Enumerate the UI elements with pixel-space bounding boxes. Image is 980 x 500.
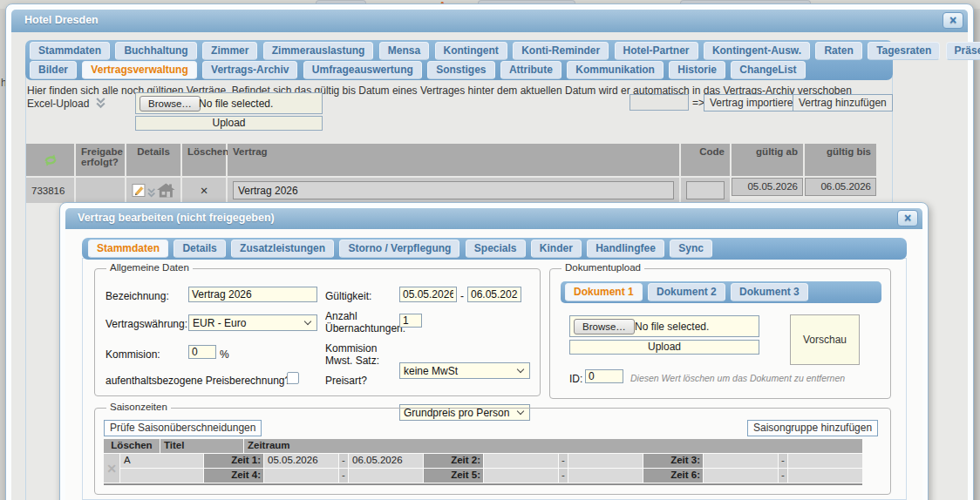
chevron-down-icon — [517, 366, 524, 373]
dokument-tab-row: Dokument 1 Dokument 2 Dokument 3 — [561, 281, 881, 301]
preisberechnung-label: aufenthaltsbezogene Preisberechnung? — [105, 375, 290, 387]
zeit2-von-input[interactable] — [484, 454, 558, 468]
tab-vertragsverwaltung[interactable]: Vertragsverwaltung — [82, 61, 196, 79]
percent-label: % — [220, 348, 229, 361]
anzahl-label-2: Übernachtungen: — [325, 322, 405, 334]
zeit1-bis-input[interactable]: 06.05.2026 — [349, 454, 423, 468]
tab-dokument-2[interactable]: Dokument 2 — [648, 283, 725, 301]
tab-sonstiges[interactable]: Sonstiges — [427, 61, 494, 79]
double-chevron-down-icon[interactable] — [95, 98, 106, 109]
contract-id: 733816 — [26, 178, 74, 203]
dokument-id-input[interactable] — [585, 369, 623, 383]
tab-zimmerauslastung[interactable]: Zimmerauslastung — [263, 42, 374, 60]
contract-row: 733816 ✕ 05.05.2026 06.05.2026 — [26, 178, 876, 203]
zeit6-von-input[interactable] — [704, 469, 778, 483]
refresh-icon[interactable] — [43, 153, 58, 167]
tab-modal-sync[interactable]: Sync — [670, 240, 712, 258]
col-gueltig-ab: gültig ab — [732, 144, 803, 176]
contracts-table-header: Freigabe erfolgt? Details Löschen Vertra… — [26, 144, 876, 176]
tab-bilder[interactable]: Bilder — [30, 61, 77, 79]
titel-input-2[interactable] — [120, 469, 203, 483]
close-icon[interactable]: × — [897, 210, 918, 226]
tab-modal-kinder[interactable]: Kinder — [531, 240, 582, 258]
tab-mensa[interactable]: Mensa — [379, 42, 429, 60]
dokument-upload-button[interactable]: Upload — [569, 340, 759, 355]
zeit6-bis-input[interactable] — [788, 469, 862, 483]
zeit5-von-input[interactable] — [484, 469, 558, 483]
browse-button[interactable]: Browse… — [140, 96, 201, 111]
tab-dokument-3[interactable]: Dokument 3 — [731, 283, 808, 301]
date-separator: - — [460, 290, 464, 302]
browse-button[interactable]: Browse… — [574, 319, 635, 334]
details-cell — [126, 178, 180, 203]
tab-kontingent[interactable]: Kontingent — [435, 42, 507, 60]
tab-historie[interactable]: Historie — [669, 61, 725, 79]
delete-icon[interactable]: ✕ — [182, 178, 226, 203]
tab-kommunikation[interactable]: Kommunikation — [567, 61, 664, 79]
tab-modal-stammdaten[interactable]: Stammdaten — [88, 240, 168, 258]
gueltig-bis-cell: 06.05.2026 — [805, 178, 876, 196]
titel-input[interactable]: A — [120, 454, 203, 468]
tab-konti-reminder[interactable]: Konti-Reminder — [513, 42, 609, 60]
tab-zimmer[interactable]: Zimmer — [202, 42, 257, 60]
zeit3-bis-input[interactable] — [788, 454, 862, 468]
tab-buchhaltung[interactable]: Buchhaltung — [115, 42, 196, 60]
zeit4-bis-input[interactable] — [349, 469, 423, 483]
zeit-separator: - — [559, 454, 568, 468]
zeit5-bis-input[interactable] — [568, 469, 643, 483]
bezeichnung-input[interactable] — [188, 287, 317, 302]
upload-button[interactable]: Upload — [135, 116, 323, 131]
preisberechnung-checkbox[interactable] — [287, 372, 299, 384]
zeit1-von-input[interactable]: 05.05.2026 — [264, 454, 338, 468]
tab-changelist[interactable]: ChangeList — [731, 61, 805, 79]
tab-attribute[interactable]: Attribute — [500, 61, 561, 79]
anzahl-input[interactable] — [399, 314, 422, 328]
tab-vertrags-archiv[interactable]: Vertrags-Archiv — [202, 61, 297, 79]
pruefe-saison-button[interactable]: Prüfe Saisonüberschneidungen — [104, 420, 262, 436]
tab-kontingent-ausw[interactable]: Kontingent-Ausw. — [704, 42, 810, 60]
modal-title: Vertrag bearbeiten (nicht freigegeben) — [78, 212, 275, 224]
tab-modal-zusatzleistungen[interactable]: Zusatzleistungen — [231, 240, 334, 258]
excel-file-input[interactable]: Browse… No file selected. — [135, 92, 323, 114]
tab-tagesraten[interactable]: Tagesraten — [868, 42, 940, 60]
gueltig-bis-input[interactable] — [467, 287, 521, 302]
tab-modal-handlingfee[interactable]: Handlingfee — [587, 240, 664, 258]
vertrag-name-input[interactable] — [233, 181, 674, 199]
col-gueltig-bis: gültig bis — [805, 144, 876, 176]
zeit2-bis-input[interactable] — [568, 454, 643, 468]
file-status-text: No file selected. — [199, 98, 273, 110]
zeit3-von-input[interactable] — [704, 454, 778, 468]
code-value-input[interactable] — [686, 181, 725, 199]
saisongruppe-hinzufuegen-button[interactable]: Saisongruppe hinzufügen — [747, 420, 878, 436]
vertrag-importieren-button[interactable]: Vertrag importieren — [704, 94, 805, 111]
tab-raten[interactable]: Raten — [815, 42, 861, 60]
home-icon[interactable] — [157, 183, 175, 198]
waehrung-select[interactable]: EUR - Euro — [188, 314, 317, 331]
anzahl-label-1: Anzahl — [325, 310, 357, 322]
tab-stammdaten[interactable]: Stammdaten — [30, 42, 110, 60]
gueltig-von-input[interactable] — [399, 287, 457, 302]
tab-modal-details[interactable]: Details — [174, 240, 225, 258]
close-icon[interactable]: × — [943, 12, 963, 29]
tab-dokument-1[interactable]: Dokument 1 — [565, 283, 643, 301]
saison-table: Löschen Titel Zeitraum ✕ A Zeit 1: 05.05… — [104, 439, 862, 485]
tab-praesentation[interactable]: Präsentation — [946, 42, 980, 60]
tab-modal-specials[interactable]: Specials — [466, 240, 526, 258]
main-tabnav: Stammdaten Buchhaltung Zimmer Zimmerausl… — [25, 40, 893, 80]
vertrag-hinzufuegen-button[interactable]: Vertrag hinzufügen — [793, 94, 893, 111]
fieldset-legend: Allgemeine Daten — [106, 262, 193, 273]
edit-icon[interactable] — [132, 183, 146, 198]
tab-modal-storno-verpflegung[interactable]: Storno / Verpflegung — [339, 240, 459, 258]
vorschau-button[interactable]: Vorschau — [790, 314, 860, 365]
kommision-input[interactable] — [188, 345, 216, 359]
hotel-window-titlebar: Hotel Dresden × — [11, 10, 968, 32]
tab-umfrageauswertung[interactable]: Umfrageauswertung — [303, 61, 422, 79]
expand-double-chevron-icon[interactable] — [147, 188, 155, 198]
delete-icon[interactable]: ✕ — [106, 462, 117, 476]
dokument-file-input[interactable]: Browse… No file selected. — [569, 315, 759, 337]
tab-hotel-partner[interactable]: Hotel-Partner — [615, 42, 698, 60]
mwst-select[interactable]: keine MwSt — [399, 362, 530, 379]
contract-code-input[interactable] — [630, 94, 689, 111]
zeit4-von-input[interactable] — [264, 469, 338, 483]
refresh-header-cell[interactable] — [26, 144, 74, 176]
